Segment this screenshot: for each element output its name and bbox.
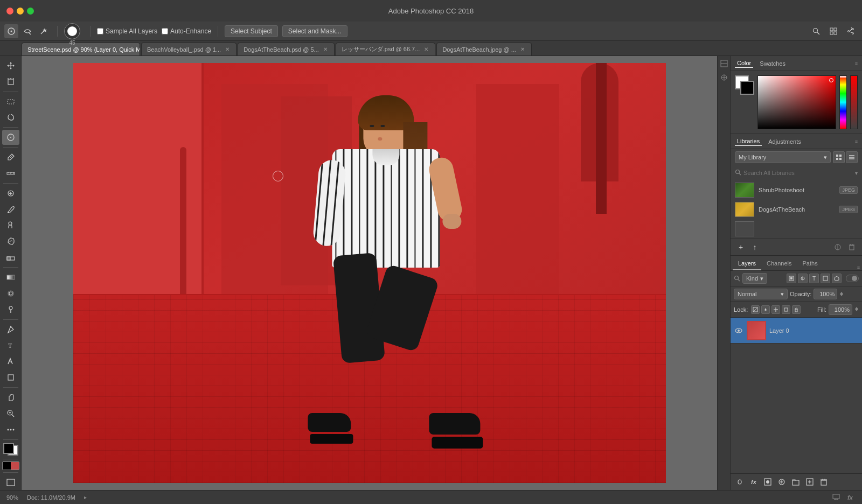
lock-pixel-icon[interactable] xyxy=(761,305,770,314)
status-expand-btn[interactable]: ▸ xyxy=(84,494,87,500)
layer-eye-0[interactable] xyxy=(734,326,743,335)
blur-tool[interactable] xyxy=(2,286,19,301)
filter-toggle[interactable] xyxy=(846,275,859,282)
ruler-tool[interactable] xyxy=(2,166,19,181)
hue-strip[interactable] xyxy=(839,75,847,129)
channels-tab-btn[interactable]: Channels xyxy=(761,257,797,270)
lib-upload-btn[interactable]: ↑ xyxy=(749,241,761,253)
layer-fx-btn[interactable]: fx xyxy=(748,476,760,488)
lib-delete-btn[interactable] xyxy=(846,241,858,253)
fg-bg-colors[interactable] xyxy=(2,442,19,457)
layout-btn[interactable] xyxy=(826,24,840,38)
filter-smart-icon[interactable] xyxy=(832,274,842,283)
marquee-tool[interactable] xyxy=(2,94,19,109)
color-panel-collapse[interactable]: ≡ xyxy=(855,61,858,66)
color-swatch[interactable] xyxy=(735,75,754,95)
crop-tool[interactable] xyxy=(2,130,19,145)
color-spectrum[interactable] xyxy=(757,75,836,129)
path-select-tool[interactable] xyxy=(2,354,19,369)
layer-add-btn[interactable] xyxy=(804,476,816,488)
tab-0[interactable]: StreetScene.psd @ 90% (Layer 0, Quick Ma… xyxy=(22,43,140,55)
select-mask-btn[interactable]: Select and Mask... xyxy=(282,25,347,37)
lib-item-0[interactable]: ShrubPhotoshoot JPEG xyxy=(731,180,862,200)
layer-delete-btn[interactable] xyxy=(818,476,830,488)
libraries-collapse[interactable]: ≡ xyxy=(855,139,858,144)
layer-adjustment-btn[interactable] xyxy=(776,476,788,488)
filter-pixel-icon[interactable] xyxy=(787,274,796,283)
opacity-value[interactable]: 100% xyxy=(814,289,837,299)
lib-list-view[interactable] xyxy=(846,151,858,163)
screen-mode-btn[interactable] xyxy=(2,475,19,490)
hand-tool[interactable] xyxy=(2,390,19,405)
blend-mode-dropdown[interactable]: Normal ▾ xyxy=(734,289,788,299)
swatches-tab[interactable]: Swatches xyxy=(757,59,788,68)
fill-arrows[interactable] xyxy=(854,306,859,313)
history-brush-tool[interactable] xyxy=(2,234,19,249)
brush-tool-left[interactable] xyxy=(2,202,19,217)
lib-search-chevron[interactable]: ▾ xyxy=(855,170,858,176)
lib-item-2[interactable] xyxy=(731,219,862,239)
lib-grid-view[interactable] xyxy=(833,151,845,163)
canvas-area[interactable] xyxy=(22,56,717,490)
magic-wand-btn[interactable] xyxy=(37,24,51,38)
layer-link-btn[interactable] xyxy=(734,476,746,488)
sample-all-layers-checkbox[interactable]: Sample All Layers xyxy=(97,27,157,35)
status-preview-btn[interactable] xyxy=(831,492,842,503)
lib-add-btn[interactable]: + xyxy=(735,241,747,253)
auto-enhance-checkbox[interactable]: Auto-Enhance xyxy=(162,27,211,35)
quick-mask-toggle[interactable] xyxy=(2,461,19,470)
opacity-arrows[interactable] xyxy=(839,289,844,299)
status-fx-btn[interactable]: fx xyxy=(845,492,856,503)
tab-close-4[interactable]: ✕ xyxy=(519,46,526,53)
fill-value[interactable]: 100% xyxy=(829,304,852,315)
icon-strip-btn-2[interactable] xyxy=(719,72,729,83)
kind-filter-dropdown[interactable]: Kind ▾ xyxy=(742,273,767,284)
type-tool[interactable]: T xyxy=(2,338,19,353)
color-tab[interactable]: Color xyxy=(735,59,753,68)
eraser-tool[interactable] xyxy=(2,250,19,265)
select-subject-btn[interactable]: Select Subject xyxy=(225,25,278,37)
saturation-strip[interactable] xyxy=(850,75,858,129)
move-tool[interactable] xyxy=(2,58,19,73)
lock-all-icon[interactable] xyxy=(792,305,801,314)
layer-row-0[interactable]: Layer 0 xyxy=(731,318,862,344)
adjustments-tab[interactable]: Adjustments xyxy=(766,137,803,146)
lib-search-input[interactable] xyxy=(743,167,853,178)
tab-3[interactable]: レッサーパンダ.psd @ 66.7... ✕ xyxy=(336,43,436,55)
icon-strip-btn-1[interactable] xyxy=(719,58,729,69)
tab-2[interactable]: DogsAtTheBeach.psd @ 5... ✕ xyxy=(238,43,335,55)
extra-tools[interactable] xyxy=(2,422,19,437)
dodge-tool[interactable] xyxy=(2,302,19,317)
tab-close-3[interactable]: ✕ xyxy=(423,46,429,53)
lock-transparent-icon[interactable] xyxy=(751,305,760,314)
minimize-button[interactable] xyxy=(17,8,24,15)
paths-tab-btn[interactable]: Paths xyxy=(797,257,823,270)
spot-heal-tool[interactable] xyxy=(2,186,19,201)
share-btn[interactable] xyxy=(844,24,858,38)
lock-position-icon[interactable] xyxy=(771,305,780,314)
tab-4[interactable]: DogsAtTheBeach.jpeg @ ... ✕ xyxy=(436,43,532,55)
tab-1[interactable]: BeachVolleyball_.psd @ 1... ✕ xyxy=(141,43,237,55)
eyedropper-tool[interactable] xyxy=(2,150,19,165)
layers-panel-collapse[interactable]: ≡ xyxy=(857,265,860,270)
pen-tool[interactable] xyxy=(2,322,19,337)
library-dropdown[interactable]: My Library ▾ xyxy=(735,151,831,163)
lib-link-btn[interactable] xyxy=(832,241,844,253)
libraries-tab[interactable]: Libraries xyxy=(735,137,762,146)
lib-item-1[interactable]: DogsAtTheBeach JPEG xyxy=(731,200,862,219)
brush-preview[interactable]: 45 xyxy=(64,23,80,39)
tab-close-1[interactable]: ✕ xyxy=(224,46,231,53)
lasso-tool[interactable] xyxy=(2,110,19,125)
shape-tool[interactable] xyxy=(2,370,19,385)
gradient-tool[interactable] xyxy=(2,270,19,285)
layer-mask-btn[interactable] xyxy=(762,476,774,488)
artboard-tool[interactable] xyxy=(2,74,19,89)
layers-tab-btn[interactable]: Layers xyxy=(733,257,761,270)
quick-selection-btn[interactable] xyxy=(20,24,34,38)
filter-type-icon[interactable]: T xyxy=(809,274,819,283)
search-btn[interactable] xyxy=(809,24,823,38)
background-color-swatch[interactable] xyxy=(740,81,754,95)
filter-adjust-icon[interactable] xyxy=(798,274,808,283)
close-button[interactable] xyxy=(6,8,13,15)
lock-artboard-icon[interactable] xyxy=(782,305,790,314)
